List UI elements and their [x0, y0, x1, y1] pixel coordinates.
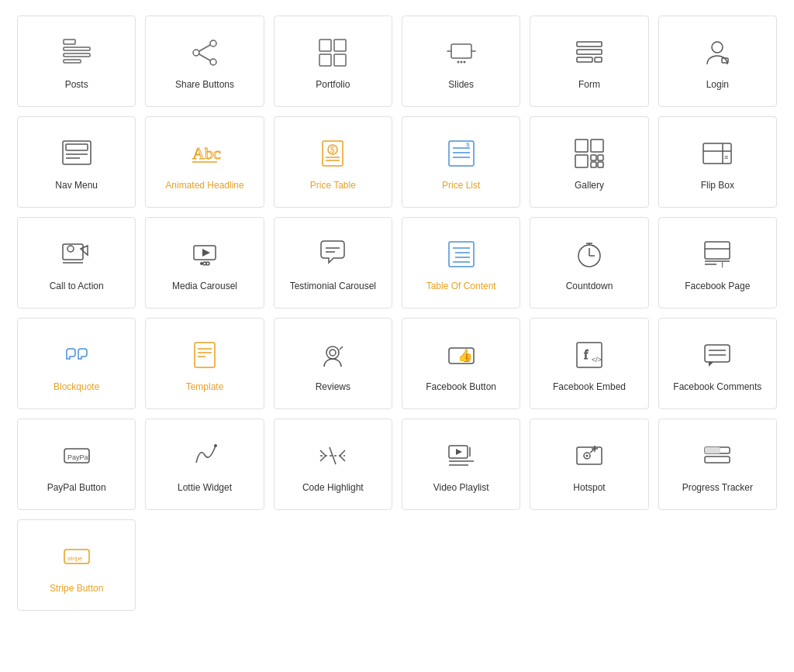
svg-line-7: [199, 45, 210, 51]
svg-text:≡: ≡: [724, 153, 728, 161]
svg-point-109: [585, 455, 588, 457]
table-of-content-icon: [443, 236, 480, 273]
widget-card-nav-menu[interactable]: Nav Menu: [17, 116, 136, 208]
svg-rect-1: [64, 47, 90, 50]
svg-text:stripe: stripe: [67, 555, 83, 562]
widget-card-hotspot[interactable]: Hotspot: [530, 419, 648, 510]
svg-rect-26: [66, 144, 88, 150]
svg-point-23: [712, 42, 723, 53]
svg-rect-19: [577, 42, 602, 47]
hotspot-icon: [571, 437, 608, 474]
slides-label: Slides: [448, 79, 474, 91]
svg-rect-12: [334, 54, 346, 66]
widget-card-flip-box[interactable]: ≡ Flip Box: [658, 116, 777, 208]
widget-card-code-highlight[interactable]: Code Highlight: [274, 419, 392, 510]
widget-card-portfolio[interactable]: Portfolio: [274, 16, 392, 107]
widget-card-progress-tracker[interactable]: Progress Tracker: [658, 419, 777, 510]
svg-rect-9: [319, 40, 331, 51]
widget-card-reviews[interactable]: Reviews: [274, 318, 392, 409]
svg-rect-21: [577, 57, 592, 62]
svg-text:</>: </>: [592, 356, 602, 364]
svg-point-4: [210, 40, 216, 47]
facebook-comments-label: Facebook Comments: [673, 381, 761, 394]
facebook-button-icon: 👍: [443, 336, 480, 374]
svg-rect-77: [195, 343, 215, 367]
widget-card-price-table[interactable]: $ Price Table: [274, 116, 392, 208]
svg-rect-89: [705, 345, 730, 362]
widget-card-gallery[interactable]: Gallery: [530, 116, 648, 208]
widget-card-facebook-embed[interactable]: f </> Facebook Embed: [530, 318, 648, 409]
widget-card-paypal-button[interactable]: PayPal PayPal Button: [17, 419, 136, 510]
svg-rect-41: [575, 140, 588, 152]
widget-card-login[interactable]: Login: [658, 16, 777, 107]
share-buttons-label: Share Buttons: [175, 79, 234, 91]
nav-menu-label: Nav Menu: [55, 180, 98, 192]
svg-rect-42: [591, 140, 603, 152]
svg-line-96: [320, 450, 326, 456]
svg-text:👍: 👍: [457, 348, 473, 363]
login-label: Login: [706, 79, 729, 91]
svg-marker-103: [456, 449, 462, 455]
facebook-page-label: Facebook Page: [685, 281, 750, 293]
flip-box-label: Flip Box: [701, 180, 734, 192]
media-carousel-label: Media Carousel: [172, 281, 237, 293]
widget-card-facebook-comments[interactable]: Facebook Comments: [658, 318, 777, 409]
svg-line-83: [340, 346, 343, 350]
widget-card-table-of-content[interactable]: Table Of Content: [402, 217, 520, 308]
facebook-comments-icon: [699, 336, 736, 374]
widget-card-video-playlist[interactable]: Video Playlist: [402, 419, 520, 510]
svg-rect-20: [577, 50, 602, 54]
code-highlight-label: Code Highlight: [302, 482, 364, 495]
svg-rect-2: [64, 53, 90, 57]
svg-text:Abc: Abc: [192, 143, 221, 163]
widget-card-share-buttons[interactable]: Share Buttons: [145, 16, 264, 107]
svg-rect-115: [705, 447, 720, 453]
svg-point-6: [193, 50, 199, 56]
portfolio-label: Portfolio: [316, 79, 350, 91]
svg-point-59: [206, 262, 209, 265]
posts-icon: [58, 34, 95, 71]
widget-card-blockquote[interactable]: Blockquote: [17, 318, 136, 409]
svg-rect-46: [591, 162, 596, 167]
table-of-content-label: Table Of Content: [426, 281, 496, 293]
video-playlist-label: Video Playlist: [433, 482, 489, 495]
svg-text:PayPal: PayPal: [67, 453, 90, 461]
progress-tracker-icon: [699, 437, 736, 474]
svg-text:$: $: [466, 141, 470, 148]
widget-card-media-carousel[interactable]: Media Carousel: [145, 217, 264, 308]
widget-card-price-list[interactable]: $ Price List: [402, 116, 520, 208]
svg-rect-11: [319, 54, 331, 66]
portfolio-icon: [314, 34, 351, 71]
svg-line-8: [199, 54, 210, 60]
widget-card-countdown[interactable]: Countdown: [530, 217, 648, 308]
widget-card-lottie-widget[interactable]: Lottie Widget: [145, 419, 264, 510]
reviews-label: Reviews: [316, 381, 350, 394]
svg-rect-10: [334, 40, 346, 51]
svg-rect-0: [64, 40, 75, 44]
svg-line-99: [340, 456, 345, 461]
widget-card-posts[interactable]: Posts: [17, 16, 136, 107]
svg-rect-86: [577, 343, 602, 367]
widget-card-animated-headline[interactable]: Abc Animated Headline: [145, 116, 264, 208]
price-table-label: Price Table: [310, 180, 356, 192]
widget-card-testimonial-carousel[interactable]: Testimonial Carousel: [274, 217, 392, 308]
svg-text:$: $: [330, 146, 335, 154]
widget-card-call-to-action[interactable]: Call to Action: [17, 217, 136, 308]
widget-card-slides[interactable]: Slides: [402, 16, 520, 107]
widget-card-form[interactable]: Form: [530, 16, 648, 107]
widget-grid: Posts Share Buttons Portfolio Slides For…: [17, 16, 777, 611]
template-icon: [186, 336, 223, 374]
price-list-label: Price List: [442, 180, 480, 192]
svg-point-5: [210, 59, 216, 65]
widget-card-stripe-button[interactable]: stripe Stripe Button: [17, 519, 136, 611]
widget-card-facebook-button[interactable]: 👍 Facebook Button: [402, 318, 520, 409]
svg-rect-72: [705, 242, 730, 259]
facebook-button-label: Facebook Button: [426, 381, 496, 394]
widget-card-template[interactable]: Template: [145, 318, 264, 409]
paypal-button-icon: PayPal: [58, 437, 95, 474]
price-table-icon: $: [314, 135, 351, 172]
blockquote-label: Blockquote: [54, 381, 99, 394]
svg-point-82: [330, 350, 336, 356]
widget-card-facebook-page[interactable]: f Facebook Page: [658, 217, 777, 308]
facebook-page-icon: f: [699, 236, 736, 273]
